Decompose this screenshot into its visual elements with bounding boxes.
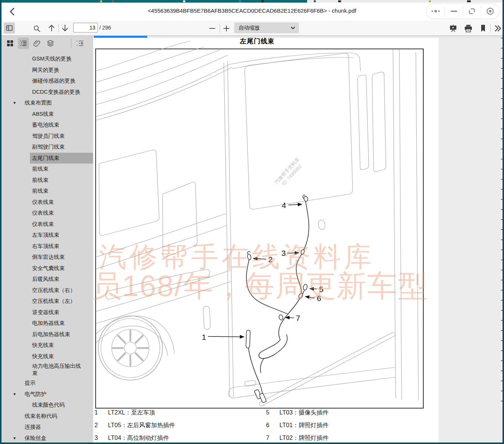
zoom-out-button[interactable] bbox=[208, 24, 217, 33]
current-outline-item-button[interactable] bbox=[74, 38, 86, 49]
thumbnails-view-button[interactable] bbox=[4, 38, 16, 49]
window-border-right bbox=[503, 0, 504, 444]
next-page-button[interactable] bbox=[61, 24, 69, 32]
record-button[interactable] bbox=[481, 4, 499, 19]
restore-button[interactable] bbox=[463, 4, 481, 19]
caret-down-icon[interactable]: ▼ bbox=[13, 392, 22, 396]
outline-item[interactable]: 仪表线束 bbox=[30, 208, 93, 219]
outline-item[interactable]: ▼线束布置图 bbox=[13, 97, 93, 109]
outline-item[interactable]: 蓄电池线束 bbox=[30, 119, 93, 131]
window-border-left bbox=[0, 0, 1, 444]
arrow-down-icon bbox=[61, 24, 69, 32]
outline-item[interactable]: 前线束 bbox=[30, 175, 93, 186]
outline-item[interactable]: 连接器 bbox=[22, 422, 93, 433]
chevron-down-icon bbox=[291, 27, 295, 30]
outline-item[interactable]: 逆变器线束 bbox=[30, 307, 93, 318]
outline-item[interactable]: 前线束 bbox=[30, 186, 93, 197]
page-title: 左尾门线束 bbox=[94, 38, 421, 46]
caret-down-icon[interactable]: ▼ bbox=[13, 436, 22, 440]
paperclip-icon bbox=[33, 40, 41, 47]
outline-item[interactable]: DCDC变换器的更换 bbox=[30, 87, 93, 98]
record-icon bbox=[486, 7, 494, 15]
outline-item[interactable]: 快充线束 bbox=[30, 351, 93, 362]
outline-tree: GSM天线的更换 网关的更换 侧碰传感器的更换 DCDC变换器的更换 ▼线束布置… bbox=[1, 51, 93, 444]
previous-page-button[interactable] bbox=[47, 24, 56, 32]
callout-number: 4 bbox=[282, 201, 286, 209]
outline-item[interactable]: 提示 bbox=[22, 378, 93, 389]
sidebar: GSM天线的更换 网关的更换 侧碰传感器的更换 DCDC变换器的更换 ▼线束布置… bbox=[1, 35, 94, 443]
outline-item[interactable]: 线束颜色代码 bbox=[30, 400, 93, 411]
legend-row: 5LT03：摄像头插件 bbox=[266, 409, 328, 417]
callout-number: 6 bbox=[317, 294, 321, 302]
layers-view-button[interactable] bbox=[45, 38, 56, 49]
outline-item[interactable]: 仪表线束 bbox=[30, 219, 93, 230]
pdf-page: 左尾门线束 bbox=[94, 38, 439, 443]
outline-item[interactable]: 倒车雷达线束 bbox=[30, 252, 93, 263]
outline-item[interactable]: ABS线束 bbox=[30, 109, 93, 120]
outline-item[interactable]: 左车顶线束 bbox=[30, 230, 93, 241]
caret-down-icon[interactable]: ▼ bbox=[13, 101, 22, 105]
minus-icon bbox=[209, 25, 216, 32]
minimize-icon bbox=[450, 10, 458, 12]
presentation-icon bbox=[449, 24, 457, 32]
outline-item[interactable]: 空压机线束（左） bbox=[30, 296, 93, 307]
find-button[interactable] bbox=[32, 24, 41, 33]
outline-item[interactable]: 网关的更换 bbox=[30, 65, 93, 76]
legend-row: 2LT05：左后风窗加热插件 bbox=[95, 422, 175, 429]
print-button[interactable] bbox=[463, 24, 473, 33]
outline-item[interactable]: 后暖风线束 bbox=[30, 274, 93, 285]
outline-view-button[interactable] bbox=[18, 38, 29, 49]
outline-item[interactable]: 空压机线束（右） bbox=[30, 285, 93, 296]
minimize-button[interactable] bbox=[445, 4, 463, 19]
pdf-toolbar: / 296 自动缩放 bbox=[1, 21, 503, 36]
van-body-outline bbox=[96, 41, 418, 406]
outline-item[interactable]: 安全气囊线束 bbox=[30, 263, 93, 274]
layers-icon bbox=[47, 40, 54, 47]
sidebar-toggle-button[interactable] bbox=[4, 22, 15, 34]
outline-item[interactable]: 仪表线束 bbox=[30, 197, 93, 208]
outline-item[interactable]: ▼电气防护 bbox=[13, 389, 93, 400]
pdf-viewport[interactable]: 左尾门线束 bbox=[94, 38, 503, 443]
bookmark-icon bbox=[480, 24, 486, 32]
outline-item[interactable]: 线束名称代码 bbox=[22, 411, 93, 422]
titlebar: <45563639B4BFB5E7B6AFB3B5CEACD0DECAD6B2E… bbox=[1, 3, 503, 21]
attachments-view-button[interactable] bbox=[31, 38, 43, 49]
zoom-select[interactable]: 自动缩放 bbox=[234, 22, 299, 33]
outline-item[interactable]: 右车顶线束 bbox=[30, 241, 93, 252]
outline-item[interactable]: 后电加热器线束 bbox=[30, 329, 93, 340]
sidebar-toggle-icon bbox=[6, 24, 13, 32]
outline-item[interactable]: 驾驶员门线束 bbox=[30, 131, 93, 142]
outline-item[interactable]: 副驾驶门线束 bbox=[30, 142, 93, 153]
callout-number: 7 bbox=[296, 314, 300, 322]
callout-number: 1 bbox=[202, 333, 206, 341]
recorder-control-pill bbox=[426, 3, 500, 19]
browser-tabstrip-cropped bbox=[0, 0, 504, 3]
arrow-up-icon bbox=[48, 24, 55, 32]
outline-item[interactable]: 动力电池高压输出线束 bbox=[30, 362, 93, 378]
restore-icon bbox=[468, 7, 476, 15]
legend-row: 6LT01：牌照灯插件 bbox=[266, 422, 328, 429]
sidebar-view-switcher bbox=[1, 35, 93, 51]
search-icon bbox=[33, 25, 41, 32]
double-chevron-right-icon bbox=[494, 25, 502, 32]
page-number-input[interactable] bbox=[73, 23, 98, 32]
outline-item[interactable]: 电加热器线束 bbox=[30, 318, 93, 329]
more-options-button[interactable] bbox=[427, 4, 445, 19]
outline-item-selected[interactable]: 左尾门线束 bbox=[30, 153, 93, 164]
presentation-mode-button[interactable] bbox=[448, 24, 458, 33]
outline-item[interactable]: 快充线束 bbox=[30, 340, 93, 351]
current-outline-item-icon bbox=[76, 40, 84, 47]
outline-item[interactable]: 侧碰传感器的更换 bbox=[30, 75, 93, 87]
van-line-drawing: 1 2 3 4 5 6 7 bbox=[96, 49, 423, 408]
figure-frame: 1 2 3 4 5 6 7 bbox=[95, 49, 424, 409]
more-tools-button[interactable] bbox=[493, 24, 503, 33]
window-border-bottom bbox=[0, 443, 504, 444]
outline-item[interactable]: 前线束 bbox=[30, 164, 93, 175]
tabstrip-teal-band bbox=[0, 0, 307, 3]
outline-item[interactable]: GSM天线的更换 bbox=[30, 53, 93, 65]
zoom-select-value: 自动缩放 bbox=[234, 25, 291, 31]
outline-item[interactable]: ▼保险丝盒 bbox=[13, 433, 93, 444]
bookmark-button[interactable] bbox=[479, 24, 488, 33]
legend-row: 1LT2XL：至左车顶 bbox=[95, 409, 155, 417]
zoom-in-button[interactable] bbox=[222, 24, 231, 33]
